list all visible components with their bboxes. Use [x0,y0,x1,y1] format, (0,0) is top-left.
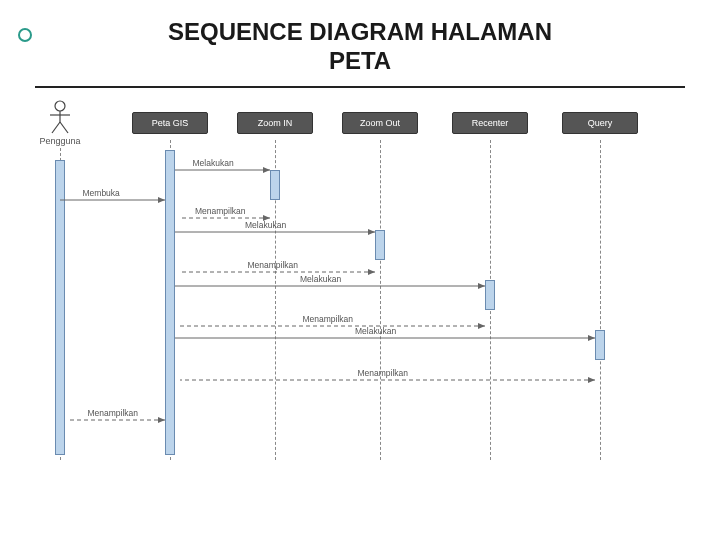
participant-query: Query [562,112,638,134]
actor-label: Pengguna [30,136,90,146]
message-label: Menampilkan [358,368,409,378]
activation-actor [55,160,65,455]
message-label: Membuka [83,188,120,198]
actor-pengguna: Pengguna [30,100,90,146]
title-line-2: PETA [329,47,391,74]
participant-peta: Peta GIS [132,112,208,134]
participant-header: Query [562,112,638,134]
sequence-diagram: Pengguna Peta GISZoom INZoom OutRecenter… [30,100,678,470]
participant-header: Recenter [452,112,528,134]
svg-line-4 [60,122,68,133]
activation-zoomin [270,170,280,200]
message-label: Menampilkan [88,408,139,418]
title-underline [35,86,685,88]
participant-zoomout: Zoom Out [342,112,418,134]
activation-recenter [485,280,495,310]
message-label: Melakukan [245,220,286,230]
participant-zoomin: Zoom IN [237,112,313,134]
participant-recenter: Recenter [452,112,528,134]
lifeline-zoomout [380,140,381,460]
activation-zoomout [375,230,385,260]
message-label: Melakukan [300,274,341,284]
message-label: Menampilkan [195,206,246,216]
activation-peta [165,150,175,455]
svg-line-3 [52,122,60,133]
message-label: Menampilkan [303,314,354,324]
participant-header: Zoom IN [237,112,313,134]
stick-figure-icon [47,100,73,134]
svg-point-0 [55,101,65,111]
participant-header: Zoom Out [342,112,418,134]
title-line-1: SEQUENCE DIAGRAM HALAMAN [168,18,552,45]
participant-header: Peta GIS [132,112,208,134]
message-label: Menampilkan [248,260,299,270]
message-label: Melakukan [355,326,396,336]
page-title: SEQUENCE DIAGRAM HALAMAN PETA [0,18,720,76]
lifeline-query [600,140,601,460]
message-label: Melakukan [193,158,234,168]
activation-query [595,330,605,360]
